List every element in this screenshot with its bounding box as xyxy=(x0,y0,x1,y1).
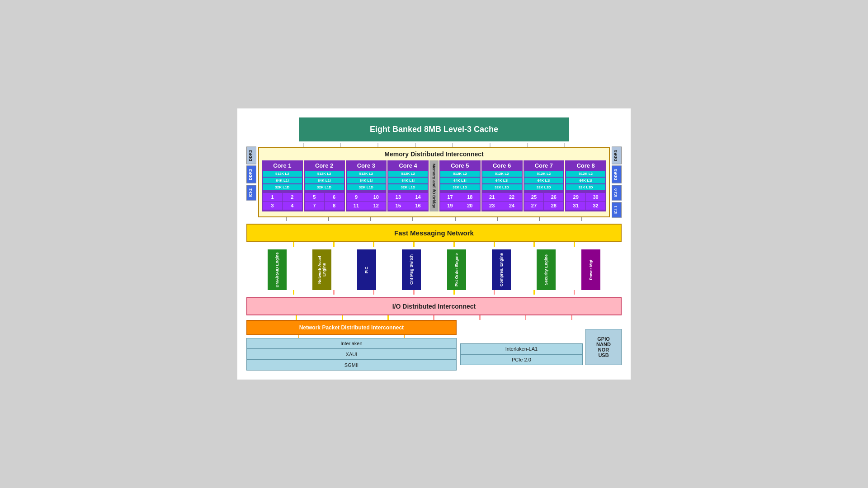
ddr3-right-labels: DDR3 DDR3 ICI-0 ICI-1 xyxy=(612,147,622,217)
thread-num: 27 xyxy=(524,202,544,210)
ici1-label: ICI-1 xyxy=(612,202,622,218)
io-interconnect: I/O Distributed Interconnect xyxy=(246,297,622,315)
thread-num: 21 xyxy=(482,193,502,201)
engine-cnt-msg-switch: Cnt Msg Switch xyxy=(402,249,421,290)
network-packet-box: Network Packet Distributed Interconnect xyxy=(246,320,457,335)
engines-row: DMA/RAID EngineNetwork Accel EnginePICCn… xyxy=(246,249,622,290)
cache-label: 32K L1D xyxy=(440,184,480,190)
cache-label: 64K L1I xyxy=(347,178,386,183)
engine-network-accel-engine: Network Accel Engine xyxy=(312,249,331,290)
mem-interconnect-inner: Memory Distributed Interconnect Core 151… xyxy=(258,147,610,217)
ici0-label: ICI-0 xyxy=(612,185,622,201)
fast-msg-network: Fast Messaging Network xyxy=(246,224,622,242)
core-box-core-3: Core 3512K L264K L1I32K L1D9101112 xyxy=(346,160,387,211)
thread-num: 16 xyxy=(408,202,428,210)
thread-num: 20 xyxy=(460,202,480,210)
cache-label: 512K L2 xyxy=(482,171,522,177)
thread-nums: 5678 xyxy=(305,193,344,210)
cache-label: 64K L1I xyxy=(482,178,522,183)
cores-group-right: Core 5512K L264K L1I32K L1D17181920Core … xyxy=(439,160,606,211)
gpio-label: GPIO NAND NOR USB xyxy=(596,336,611,358)
thread-nums: 13141516 xyxy=(388,193,428,210)
ddr3-right-2: DDR3 xyxy=(612,166,622,183)
cache-label: 64K L1I xyxy=(305,178,344,183)
core-title: Core 3 xyxy=(357,162,375,169)
thread-num: 32 xyxy=(586,202,605,210)
core-title: Core 5 xyxy=(451,162,469,169)
cores-group-left: Core 1512K L264K L1I32K L1D1234Core 2512… xyxy=(262,160,429,211)
cache-label: 64K L1I xyxy=(263,178,302,183)
thread-nums: 1234 xyxy=(263,193,302,210)
thread-nums: 21222324 xyxy=(482,193,522,210)
core-box-core-1: Core 1512K L264K L1I32K L1D1234 xyxy=(262,160,303,211)
cache-label: 32K L1D xyxy=(388,184,428,190)
thread-num: 1 xyxy=(263,193,282,201)
thread-num: 29 xyxy=(566,193,585,201)
thread-num: 12 xyxy=(366,202,386,210)
thread-num: 15 xyxy=(388,202,408,210)
thread-num: 28 xyxy=(544,202,563,210)
cache-label: 512K L2 xyxy=(388,171,428,177)
thread-num: 23 xyxy=(482,202,502,210)
net-row-sgmii: SGMII xyxy=(246,360,457,371)
core-box-core-6: Core 6512K L264K L1I32K L1D21222324 xyxy=(481,160,523,211)
core-box-core-5: Core 5512K L264K L1I32K L1D17181920 xyxy=(439,160,481,211)
engine-power-mgt: Power Mgt xyxy=(581,249,600,290)
engine-pic: PIC xyxy=(357,249,376,290)
thread-num: 9 xyxy=(347,193,366,201)
net-row-interlaken-la1: Interlaken-LA1 xyxy=(460,343,583,354)
core-title: Core 7 xyxy=(535,162,553,169)
cache-label: 512K L2 xyxy=(347,171,386,177)
diagram-container: Eight Banked 8MB Level-3 Cache DDR3 DDR3… xyxy=(237,108,631,380)
thread-num: 10 xyxy=(366,193,386,201)
ddr3-left-labels: DDR3 DDR3 ICI-2 xyxy=(246,147,256,217)
core-title: Core 2 xyxy=(315,162,333,169)
cache-label: 64K L1I xyxy=(440,178,480,183)
mem-interconnect-wrapper: DDR3 DDR3 ICI-2 Memory Distributed Inter… xyxy=(246,147,622,217)
core-box-core-7: Core 7512K L264K L1I32K L1D25262728 xyxy=(524,160,565,211)
thread-num: 7 xyxy=(305,202,324,210)
thread-nums: 17181920 xyxy=(440,193,480,210)
thread-num: 2 xyxy=(283,193,302,201)
cache-label: 512K L2 xyxy=(440,171,480,177)
thread-num: 17 xyxy=(440,193,460,201)
left-bottom: Network Packet Distributed Interconnect … xyxy=(246,320,457,371)
cache-label: 512K L2 xyxy=(305,171,344,177)
thread-num: 4 xyxy=(283,202,302,210)
thread-num: 24 xyxy=(502,202,522,210)
thread-num: 25 xyxy=(524,193,544,201)
cache-label: 32K L1D xyxy=(347,184,386,190)
thread-num: 19 xyxy=(440,202,460,210)
cache-label: 512K L2 xyxy=(263,171,302,177)
ddr3-label-2: DDR3 xyxy=(246,166,256,183)
engine-pkt-order-engine: Pkt Order Engine xyxy=(447,249,466,290)
ici2-label: ICI-2 xyxy=(246,185,256,201)
mem-io-bridge: Memory and I/O Bridge xyxy=(429,160,439,211)
core-box-core-8: Core 8512K L264K L1I32K L1D29303132 xyxy=(565,160,606,211)
engine-dma/raid-engine: DMA/RAID Engine xyxy=(268,249,287,290)
l3-cache-box: Eight Banked 8MB Level-3 Cache xyxy=(299,117,569,141)
net-row-pcie: PCIe 2.0 xyxy=(460,354,583,365)
cache-label: 64K L1I xyxy=(388,178,428,183)
thread-nums: 9101112 xyxy=(347,193,386,210)
thread-num: 13 xyxy=(388,193,408,201)
cache-label: 64K L1I xyxy=(524,178,564,183)
ddr3-label-1: DDR3 xyxy=(246,147,256,164)
net-row-xaui: XAUI xyxy=(246,349,457,360)
cache-label: 512K L2 xyxy=(524,171,564,177)
net-row-interlaken: Interlaken xyxy=(246,338,457,349)
cache-label: 32K L1D xyxy=(566,184,605,190)
cache-label: 32K L1D xyxy=(524,184,564,190)
gpio-box: GPIO NAND NOR USB xyxy=(585,329,622,365)
thread-num: 26 xyxy=(544,193,563,201)
thread-nums: 25262728 xyxy=(524,193,564,210)
core-box-core-4: Core 4512K L264K L1I32K L1D13141516 xyxy=(387,160,429,211)
cache-label: 32K L1D xyxy=(482,184,522,190)
thread-num: 31 xyxy=(566,202,585,210)
cache-label: 32K L1D xyxy=(305,184,344,190)
cores-wrapper: Core 1512K L264K L1I32K L1D1234Core 2512… xyxy=(262,160,606,211)
right-bottom: Interlaken-LA1 PCIe 2.0 GPIO NAND NOR US… xyxy=(460,320,622,365)
core-title: Core 6 xyxy=(493,162,511,169)
thread-num: 5 xyxy=(305,193,324,201)
mem-interconnect-title: Memory Distributed Interconnect xyxy=(262,150,606,158)
